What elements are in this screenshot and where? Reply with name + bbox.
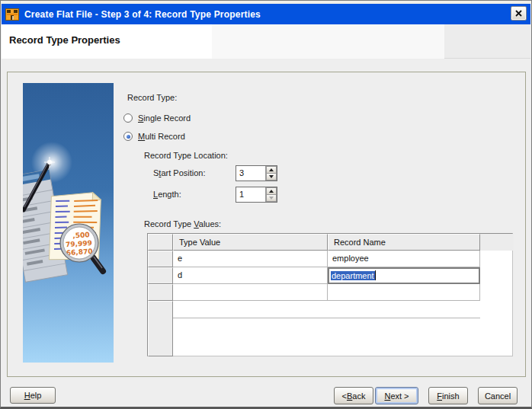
empty-row-filler[interactable] [173,301,480,318]
spinner-up-button[interactable] [266,166,277,174]
start-position-label: Start Position: [153,168,206,177]
length-arrows [265,187,277,202]
wizard-window: Create Flat File - Step 3 of 4: Record T… [0,0,532,409]
start-position-value[interactable]: 3 [236,166,265,181]
column-header-filler [480,234,514,251]
next-button[interactable]: Next > [375,387,418,404]
length-label: Length: [153,190,181,199]
page-title: Record Type Properties [9,34,120,46]
record-type-values-table: Type Value Record Name e employee d depa… [147,233,513,356]
back-button[interactable]: < Back [334,387,373,404]
row-header-filler [148,301,173,356]
single-record-radio-label: Single Record [138,113,191,123]
arrow-up-icon [269,168,274,171]
record-type-values-label: Record Type Values: [144,219,221,228]
close-icon [515,10,522,17]
cancel-button[interactable]: Cancel [478,387,518,404]
length-value[interactable]: 1 [236,187,265,202]
record-type-location-label: Record Type Location: [144,151,228,160]
cell-record-name-1[interactable]: employee [328,251,480,267]
header-mid-pane [212,24,444,59]
radio-dot [127,135,130,139]
cell-record-name-3[interactable] [328,284,480,301]
record-type-label: Record Type: [127,93,177,102]
single-record-radio[interactable]: Single Record [123,113,191,123]
column-header-type-value[interactable]: Type Value [173,234,328,251]
column-header-record-name[interactable]: Record Name [328,234,480,251]
length-spinner[interactable]: 1 [236,187,277,203]
selected-editor-text[interactable]: department [331,271,375,280]
arrow-down-disabled-icon [269,197,274,200]
row-header-3[interactable] [148,284,173,301]
start-position-spinner[interactable]: 3 [236,165,277,181]
radio-circle-selected[interactable] [123,132,133,141]
start-position-arrows [265,166,277,181]
wizard-header: Record Type Properties [2,24,530,59]
cell-type-value-1[interactable]: e [173,251,328,267]
multi-record-radio[interactable]: Multi Record [123,132,185,141]
finish-button[interactable]: Finish [428,387,468,404]
cell-type-value-3[interactable] [173,284,328,301]
arrow-down-icon [269,175,274,178]
close-button[interactable] [511,6,527,21]
app-icon [5,8,19,21]
spinner-down-button[interactable] [266,195,277,202]
window-title: Create Flat File - Step 3 of 4: Record T… [24,9,261,20]
cell-record-name-2-editor[interactable]: department [328,267,480,284]
help-button[interactable]: Help [10,387,56,404]
arrow-up-icon [269,190,274,193]
row-header-corner [148,234,173,251]
spinner-up-button[interactable] [266,187,277,195]
titlebar[interactable]: Create Flat File - Step 3 of 4: Record T… [2,4,530,24]
text-caret [375,270,376,280]
cell-type-value-2[interactable]: d [173,267,328,284]
row-header-1[interactable] [148,251,173,267]
row-header-2[interactable] [148,267,173,284]
lens-number: ,500 [72,231,90,240]
spinner-down-button[interactable] [266,174,277,181]
radio-circle-unselected[interactable] [123,113,133,123]
multi-record-radio-label: Multi Record [138,132,185,141]
wizard-art-panel: ,500 79,999 66,870 [23,83,114,363]
